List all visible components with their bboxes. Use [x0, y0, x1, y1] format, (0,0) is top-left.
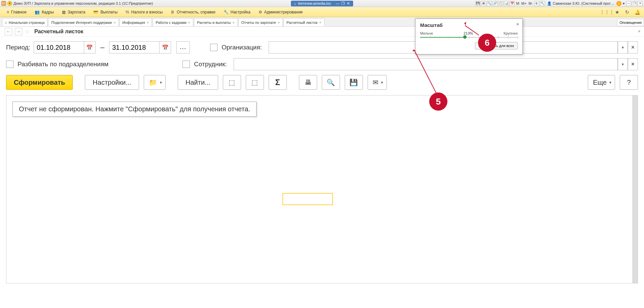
memory-mminus[interactable]: M- — [528, 1, 534, 5]
collapse-groups-button[interactable]: ⬚ — [246, 75, 264, 90]
history-icon[interactable]: ↻ — [623, 8, 631, 16]
expand-groups-button[interactable]: ⬚ — [223, 75, 241, 90]
maximize-icon[interactable]: ❐ — [632, 1, 637, 6]
zoom-panel: Масштаб × Мельче 213% Крупнее Установить… — [415, 18, 523, 54]
tabs-bar: ⌂Начальная страница Подключение Интернет… — [0, 17, 644, 27]
print-button[interactable]: 🖶 — [299, 75, 317, 90]
date-to-input[interactable] — [109, 41, 160, 53]
more-button[interactable]: Еще▼ — [588, 75, 615, 90]
date-from-input[interactable] — [34, 41, 84, 53]
minimize-icon[interactable]: — — [626, 1, 631, 6]
zoom-close-button[interactable]: × — [516, 22, 519, 27]
calc-icon[interactable]: 📊 — [504, 1, 509, 6]
chevron-down-icon: ▼ — [159, 81, 163, 84]
settings-button[interactable]: Настройки... — [85, 75, 139, 90]
chevron-down-icon: ▼ — [380, 81, 384, 84]
tab-kadry[interactable]: Работа с кадрами× — [152, 18, 193, 26]
tab-close-icon[interactable]: × — [147, 21, 149, 25]
remote-restore-icon[interactable]: ❐ — [341, 1, 345, 6]
apps-icon[interactable]: ⋮⋮⋮ — [603, 8, 611, 16]
menu-vyplaty[interactable]: 💳Выплаты — [89, 7, 122, 17]
menu-otchetnost[interactable]: 🗎Отчетность, справки — [167, 7, 219, 17]
find-button[interactable]: Найти... — [178, 75, 218, 90]
favorite-icon[interactable]: ★ — [613, 8, 621, 16]
tab-raschetnyy-listok[interactable]: Расчетный листок× — [283, 18, 325, 26]
organization-dropdown-button[interactable]: ▼ — [618, 41, 628, 53]
zoom-icon[interactable]: ⊕ — [534, 1, 539, 6]
bell-icon[interactable]: 🔔 — [633, 8, 641, 16]
tab-otchety[interactable]: Отчеты по зарплате× — [238, 18, 283, 26]
tab-close-icon[interactable]: × — [278, 21, 280, 25]
organization-clear-button[interactable]: × — [628, 41, 638, 53]
print-icon[interactable]: 🖶 — [481, 1, 486, 6]
calendar-from-button[interactable]: 📅 — [84, 41, 96, 53]
menu-label: Кадры — [42, 10, 54, 14]
favorite-star-icon[interactable]: ☆ — [25, 28, 30, 35]
info-drop-icon[interactable]: ▾ — [622, 1, 625, 6]
user-info[interactable]: 👤 Савинская З.Ю. (Системный прог… — [546, 1, 616, 6]
tab-raschety[interactable]: Расчеты и выплаты× — [194, 18, 238, 26]
remote-minimize-icon[interactable]: — — [336, 1, 339, 6]
info-icon[interactable]: i — [616, 1, 621, 6]
remote-close-icon[interactable]: ✕ — [347, 1, 350, 6]
organization-checkbox[interactable] — [210, 44, 217, 51]
close-icon[interactable]: ✕ — [638, 1, 643, 6]
period-select-button[interactable]: ... — [176, 41, 190, 53]
page-close-icon[interactable]: × — [638, 29, 641, 34]
hamburger-icon: ≡ — [7, 10, 9, 14]
zoom-slider[interactable] — [420, 37, 518, 38]
menu-kadry[interactable]: 👥Кадры — [31, 7, 58, 17]
link-icon[interactable]: 🔗 — [493, 1, 498, 6]
tab-info[interactable]: Информация× — [120, 18, 152, 26]
copy-icon[interactable]: 📋 — [498, 1, 503, 6]
calendar-icon[interactable]: 📅 — [510, 1, 515, 6]
tab-home[interactable]: ⌂Начальная страница — [2, 18, 47, 26]
help-button[interactable]: ? — [620, 75, 638, 90]
tools-icon[interactable]: 🔧 — [540, 1, 545, 6]
app-title: Демо ЗУП / Зарплата и управление персона… — [13, 1, 153, 5]
selected-cell[interactable] — [282, 193, 333, 205]
employee-input[interactable] — [234, 58, 618, 70]
menu-admin[interactable]: ⚙Администрирование — [255, 7, 307, 17]
home-icon[interactable]: ⌂ — [294, 2, 296, 5]
zoom-slider-handle[interactable] — [463, 35, 467, 39]
nav-forward-button[interactable]: → — [15, 28, 22, 35]
calendar-to-button[interactable]: 📅 — [160, 41, 171, 53]
menu-zarplata[interactable]: ▦Зарплата — [58, 7, 90, 17]
tab-close-icon[interactable]: × — [113, 21, 115, 25]
menu-label: Зарплата — [68, 10, 86, 14]
variant-button[interactable]: 📁▼ — [144, 75, 166, 90]
dropdown-icon[interactable]: ▼ — [7, 1, 12, 6]
folder-icon: 📁 — [149, 78, 157, 86]
memory-mplus[interactable]: M+ — [520, 1, 527, 5]
menu-main[interactable]: ≡Главное — [3, 7, 31, 17]
vertical-scrollbar[interactable] — [632, 95, 638, 283]
save-icon[interactable]: 💾 — [475, 1, 480, 6]
send-button[interactable]: ✉▼ — [368, 75, 387, 90]
menu-nastroika[interactable]: 🔧Настройка — [219, 7, 255, 17]
nav-back-button[interactable]: ← — [5, 28, 12, 35]
tab-internet-support[interactable]: Подключение Интернет-поддержки× — [48, 18, 118, 26]
notifications-tab[interactable]: Оповещения — [617, 19, 644, 26]
people-icon: 👥 — [35, 10, 40, 14]
tab-close-icon[interactable]: × — [188, 21, 190, 25]
employee-checkbox[interactable] — [182, 61, 190, 68]
menu-label: Отчетность, справки — [177, 10, 215, 14]
sum-button[interactable]: Σ — [269, 75, 287, 90]
employee-dropdown-button[interactable]: ▼ — [618, 58, 628, 70]
host-name: termnew.amedia.loc — [298, 1, 331, 5]
split-checkbox[interactable] — [6, 61, 13, 68]
zoom-percent: 213% — [464, 31, 473, 35]
preview-button[interactable]: 🔍 — [322, 75, 340, 90]
zoom-smaller-label: Мельче — [420, 31, 433, 35]
tab-label: Расчеты и выплаты — [197, 21, 231, 25]
tab-close-icon[interactable]: × — [232, 21, 234, 25]
menu-nalogi[interactable]: %Налоги и взносы — [122, 7, 167, 17]
tab-close-icon[interactable]: × — [319, 21, 321, 25]
save-button[interactable]: 💾 — [345, 75, 363, 90]
memory-m[interactable]: M — [515, 1, 520, 5]
generate-button[interactable]: Сформировать — [6, 75, 73, 90]
zoom-title: Масштаб — [420, 22, 518, 28]
employee-clear-button[interactable]: × — [628, 58, 638, 70]
preview-icon[interactable]: 🔍 — [487, 1, 492, 6]
